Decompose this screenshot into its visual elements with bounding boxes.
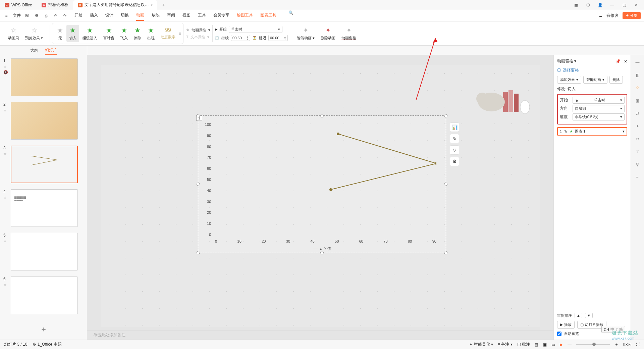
print-icon[interactable]: 🖶 (34, 13, 40, 18)
sidebar-puzzle-icon[interactable]: ⚲ (634, 161, 641, 168)
anim-slow-in[interactable]: ★缓慢进入 (80, 25, 100, 42)
view-slideshow-button[interactable]: ▶ (560, 342, 563, 347)
add-slide-button[interactable]: ＋ (0, 320, 87, 338)
fit-button[interactable]: ⛶ (636, 342, 640, 347)
share-button[interactable]: ✈ 分享 (623, 12, 641, 19)
redo-icon[interactable]: ↷ (62, 13, 68, 18)
menu-draw-tools[interactable]: 绘图工具 (237, 10, 253, 21)
menu-slideshow[interactable]: 放映 (152, 10, 160, 21)
undo-icon[interactable]: ↶ (52, 13, 58, 18)
chart-filter-button[interactable]: ▽ (450, 145, 459, 155)
beautify-button[interactable]: ✦ 智能美化 ▾ (469, 342, 493, 347)
menu-tools[interactable]: 工具 (198, 10, 206, 21)
anim-pane-button[interactable]: ✦动画窗格 (339, 25, 359, 42)
save-icon[interactable]: 🖫 (24, 13, 30, 18)
avatar-icon[interactable]: 👤 (597, 3, 603, 7)
tab-dropdown-icon[interactable]: ▾ (151, 3, 153, 7)
tab-doc[interactable]: P 文字是人类用符号记录表达信息以… ▾ (73, 0, 157, 10)
anim-none[interactable]: ★无 (54, 25, 66, 42)
thumb-2[interactable]: 2☆ (0, 102, 87, 140)
zoom-out-button[interactable]: — (568, 342, 572, 347)
view-normal-button[interactable]: ▦ (535, 342, 538, 347)
anim-count[interactable]: 99动态数字 (158, 26, 178, 41)
notes-button[interactable]: ≡ 备注 ▾ (498, 342, 513, 347)
anim-brush-button[interactable]: ☆ 动画刷 (5, 25, 22, 42)
view-reading-button[interactable]: ▭ (551, 342, 555, 347)
menu-view[interactable]: 视图 (182, 10, 191, 21)
menu-insert[interactable]: 插入 (90, 10, 98, 21)
sidebar-sparkle-icon[interactable]: ✦ (634, 123, 641, 130)
pin-icon[interactable]: 📌 (615, 59, 621, 64)
sidebar-star-icon[interactable]: ☆ (634, 85, 641, 91)
delete-anim-button[interactable]: ✦删除动画 (318, 25, 338, 42)
preview-button[interactable]: ☆ 预览效果 ▾ (22, 25, 46, 42)
anim-list-item[interactable]: 1 🖱★ 图表 1 ▾ (557, 127, 627, 136)
menu-transition[interactable]: 切换 (121, 10, 129, 21)
new-tab-button[interactable]: ＋ (157, 2, 170, 8)
thumb-4[interactable]: 4☆ █████████████████████████████████████… (0, 189, 87, 227)
zoom-slider[interactable] (576, 344, 610, 345)
menu-vip[interactable]: 会员专享 (213, 10, 229, 21)
slides-tab[interactable]: 幻灯片 (45, 46, 57, 55)
anim-cut-in[interactable]: ★切入 (66, 25, 79, 42)
outline-tab[interactable]: 大纲 (30, 46, 38, 55)
thumb-5[interactable]: 5☆ (0, 233, 87, 270)
sidebar-layers-icon[interactable]: ▣ (634, 97, 641, 104)
sidebar-help-icon[interactable]: ? (634, 148, 641, 155)
select-pane-link[interactable]: ▢ 选择窗格 (557, 67, 627, 73)
gallery-more[interactable]: ≡ (179, 31, 181, 36)
text-property-dropdown[interactable]: T 文本属性 ▾ (186, 35, 210, 40)
duration-spinner[interactable]: 00.50▲▼ (231, 35, 250, 41)
delay-spinner[interactable]: 00.00▲▼ (268, 35, 288, 41)
move-down-button[interactable]: ▼ (585, 313, 593, 318)
menu-chart-tools[interactable]: 图表工具 (260, 10, 276, 21)
chart-object[interactable]: 1009080706050403020100 01020304050607080… (198, 115, 446, 253)
search-icon[interactable]: 🔍 (288, 10, 293, 21)
tab-wps[interactable]: W WPS Office (0, 0, 37, 10)
zoom-level[interactable]: 98% (623, 342, 631, 347)
smart-anim-button[interactable]: ✦智能动画 ▾ (294, 25, 317, 42)
app-icon[interactable]: ▦ (573, 3, 579, 7)
hamburger-icon[interactable]: ≡ (3, 13, 9, 18)
anim-wipe[interactable]: ★擦除 (131, 25, 144, 42)
collapse-icon[interactable]: — (634, 59, 641, 66)
thumb-3[interactable]: 3☆ (0, 146, 87, 183)
anim-fly-in[interactable]: ★飞入 (118, 25, 130, 42)
notes-bar[interactable]: 单击此处添加备注 (87, 330, 553, 340)
speed-select[interactable]: 非常快(0.5 秒)▾ (573, 113, 625, 120)
chart-edit-button[interactable]: ✎ (450, 134, 459, 143)
anim-property-dropdown[interactable]: ☆ 动画属性 ▾ (186, 28, 210, 33)
print-preview-icon[interactable]: ⎙ (43, 13, 49, 18)
close-button[interactable]: ✕ (633, 3, 639, 7)
thumb-6[interactable]: 6☆ (0, 277, 87, 314)
menu-start[interactable]: 开始 (74, 10, 83, 21)
start-select[interactable]: 🖱 单击时▾ (573, 97, 625, 104)
cube-icon[interactable]: ⬡ (585, 3, 591, 7)
anim-blinds[interactable]: ★百叶窗 (101, 25, 117, 42)
smart-anim-button-panel[interactable]: 智能动画 ▾ (583, 76, 607, 84)
thumb-1[interactable]: 1☆🔇 (0, 58, 87, 96)
sidebar-clip-icon[interactable]: ✂ (634, 136, 641, 142)
anim-appear[interactable]: ★出现 (145, 25, 157, 42)
cloud-icon[interactable]: ☁ (598, 13, 602, 18)
tab-daoke[interactable]: 找稻壳模板 (37, 0, 73, 10)
close-icon[interactable]: ✕ (624, 59, 627, 64)
menu-design[interactable]: 设计 (105, 10, 113, 21)
direction-select[interactable]: 自底部▾ (573, 105, 625, 112)
zoom-in-button[interactable]: ＋ (614, 342, 619, 347)
move-up-button[interactable]: ▲ (575, 313, 582, 318)
play-button[interactable]: ▶ 播放 (557, 321, 575, 329)
delete-button-panel[interactable]: 删除 (609, 76, 623, 84)
menu-review[interactable]: 审阅 (167, 10, 175, 21)
slide-canvas[interactable]: 1 1009080706050403020100 010203040506070… (101, 65, 540, 327)
start-dropdown[interactable]: 单击时▾ (229, 26, 282, 33)
maximize-button[interactable]: ▢ (621, 3, 627, 7)
sidebar-more-icon[interactable]: ⋯ (634, 174, 641, 181)
chart-settings-button[interactable]: ⚙ (450, 157, 459, 166)
chart-data-button[interactable]: 📊 (450, 122, 459, 132)
file-menu[interactable]: 文件 (13, 13, 21, 18)
sidebar-home-icon[interactable]: ◧ (634, 72, 641, 79)
view-sorter-button[interactable]: ▣ (543, 342, 547, 347)
comments-button[interactable]: ▢ 批注 (517, 342, 530, 347)
menu-animation[interactable]: 动画 (136, 10, 144, 21)
